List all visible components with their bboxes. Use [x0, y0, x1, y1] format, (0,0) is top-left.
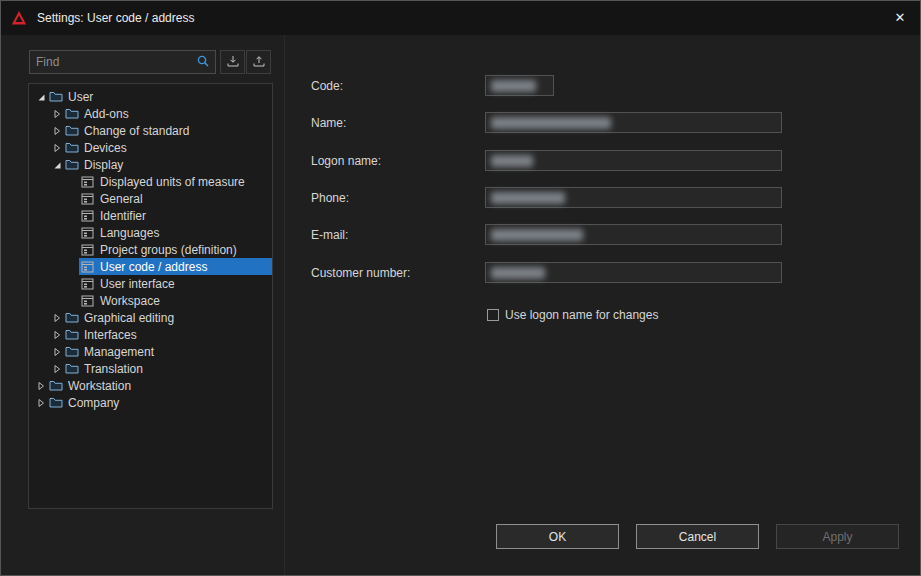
tree-item-label: Company — [68, 396, 119, 410]
import-settings-button[interactable] — [220, 50, 245, 74]
tree-item-general[interactable]: General — [29, 190, 272, 207]
tree-item-label: Change of standard — [84, 124, 189, 138]
tree-item-label: Project groups (definition) — [100, 243, 237, 257]
field-input-e-mail[interactable] — [485, 224, 782, 245]
folder-icon — [65, 141, 79, 154]
tree-item-label: General — [100, 192, 143, 206]
expander-spacer — [67, 244, 79, 256]
expander-collapsed-icon[interactable] — [51, 346, 63, 358]
expander-expanded-icon[interactable] — [51, 159, 63, 171]
expander-expanded-icon[interactable] — [35, 91, 47, 103]
use-logon-name-label: Use logon name for changes — [505, 308, 658, 322]
expander-collapsed-icon[interactable] — [51, 312, 63, 324]
tree-item-content: Devices — [63, 139, 272, 156]
field-label-phone: Phone: — [311, 191, 349, 205]
tree-item-content: General — [79, 190, 272, 207]
ok-button[interactable]: OK — [496, 524, 619, 549]
redacted-value — [491, 192, 565, 204]
tree-item-user-interface[interactable]: User interface — [29, 275, 272, 292]
tree-item-content: Workstation — [47, 377, 272, 394]
tree-item-label: Workspace — [100, 294, 160, 308]
field-input-phone[interactable] — [485, 187, 782, 208]
tree-item-project-groups-definition[interactable]: Project groups (definition) — [29, 241, 272, 258]
expander-collapsed-icon[interactable] — [51, 329, 63, 341]
field-input-logon-name[interactable] — [485, 150, 782, 171]
close-button[interactable]: ✕ — [880, 1, 920, 34]
tree-item-content: User code / address — [79, 258, 272, 275]
tree-item-identifier[interactable]: Identifier — [29, 207, 272, 224]
folder-icon — [65, 311, 79, 324]
expander-collapsed-icon[interactable] — [51, 108, 63, 120]
panel-divider — [284, 35, 285, 575]
export-settings-button[interactable] — [246, 50, 271, 74]
tree-item-content: Interfaces — [63, 326, 272, 343]
tree-item-add-ons[interactable]: Add-ons — [29, 105, 272, 122]
expander-collapsed-icon[interactable] — [51, 363, 63, 375]
expander-spacer — [67, 193, 79, 205]
tree-item-translation[interactable]: Translation — [29, 360, 272, 377]
tree-item-user[interactable]: User — [29, 88, 272, 105]
expander-spacer — [67, 295, 79, 307]
tree-item-content: Change of standard — [63, 122, 272, 139]
field-input-customer-number[interactable] — [485, 262, 782, 283]
field-input-code[interactable] — [485, 75, 554, 96]
tree-item-label: Graphical editing — [84, 311, 174, 325]
tree-item-interfaces[interactable]: Interfaces — [29, 326, 272, 343]
use-logon-name-checkbox[interactable] — [487, 309, 499, 321]
tree-item-label: Displayed units of measure — [100, 175, 245, 189]
tray-down-icon — [226, 54, 240, 71]
field-label-code: Code: — [311, 79, 343, 93]
tree-item-user-code-address[interactable]: User code / address — [29, 258, 272, 275]
expander-collapsed-icon[interactable] — [51, 142, 63, 154]
settings-page-icon — [81, 193, 95, 205]
tree-item-graphical-editing[interactable]: Graphical editing — [29, 309, 272, 326]
folder-icon — [65, 124, 79, 137]
tree-item-content: Translation — [63, 360, 272, 377]
tree-item-workstation[interactable]: Workstation — [29, 377, 272, 394]
tree-item-devices[interactable]: Devices — [29, 139, 272, 156]
settings-page-icon — [81, 261, 95, 273]
tree-item-content: Displayed units of measure — [79, 173, 272, 190]
tree-item-display[interactable]: Display — [29, 156, 272, 173]
tree-item-company[interactable]: Company — [29, 394, 272, 411]
tree-item-content: User — [47, 88, 272, 105]
folder-icon — [65, 345, 79, 358]
settings-page-icon — [81, 176, 95, 188]
search-icon — [196, 54, 210, 71]
expander-spacer — [67, 278, 79, 290]
title-bar: Settings: User code / address ✕ — [1, 1, 920, 35]
folder-icon — [49, 90, 63, 103]
tree-item-displayed-units-of-measure[interactable]: Displayed units of measure — [29, 173, 272, 190]
settings-page-icon — [81, 210, 95, 222]
tree-item-content: Display — [63, 156, 272, 173]
tree-item-label: User — [68, 90, 93, 104]
settings-tree[interactable]: UserAdd-onsChange of standardDevicesDisp… — [28, 83, 273, 509]
expander-collapsed-icon[interactable] — [35, 397, 47, 409]
field-label-logon-name: Logon name: — [311, 154, 381, 168]
tree-item-content: Project groups (definition) — [79, 241, 272, 258]
tree-item-label: User code / address — [100, 260, 207, 274]
tray-up-icon — [252, 54, 266, 71]
expander-spacer — [67, 176, 79, 188]
find-box — [29, 50, 216, 74]
expander-collapsed-icon[interactable] — [35, 380, 47, 392]
expander-collapsed-icon[interactable] — [51, 125, 63, 137]
folder-icon — [65, 362, 79, 375]
settings-page-icon — [81, 295, 95, 307]
tree-item-change-of-standard[interactable]: Change of standard — [29, 122, 272, 139]
redacted-value — [491, 155, 533, 167]
tree-item-label: Display — [84, 158, 123, 172]
expander-spacer — [67, 261, 79, 273]
tree-item-label: Workstation — [68, 379, 131, 393]
tree-item-label: Interfaces — [84, 328, 137, 342]
field-label-customer-number: Customer number: — [311, 266, 410, 280]
search-button[interactable] — [191, 51, 215, 73]
cancel-button[interactable]: Cancel — [636, 524, 759, 549]
expander-spacer — [67, 227, 79, 239]
tree-item-workspace[interactable]: Workspace — [29, 292, 272, 309]
tree-item-languages[interactable]: Languages — [29, 224, 272, 241]
tree-item-management[interactable]: Management — [29, 343, 272, 360]
field-input-name[interactable] — [485, 112, 782, 133]
redacted-value — [491, 117, 611, 129]
find-input[interactable] — [30, 51, 191, 73]
